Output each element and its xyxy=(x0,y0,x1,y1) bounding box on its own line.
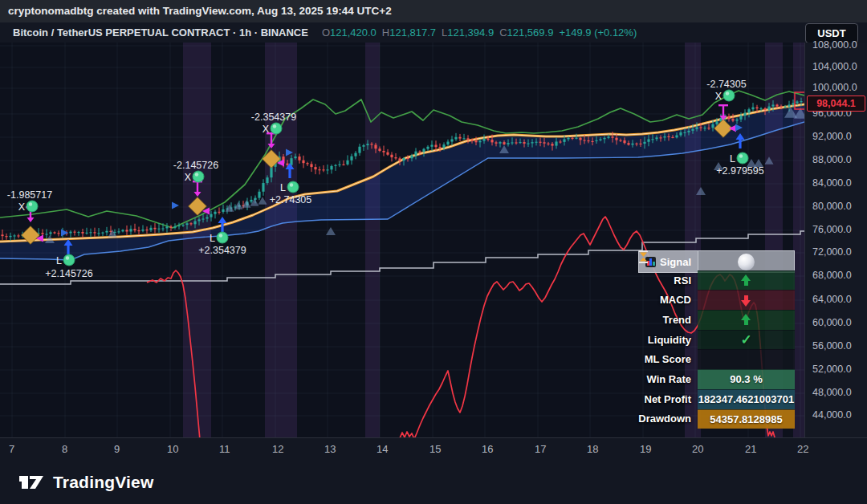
time-tick-label: 16 xyxy=(482,443,493,455)
tradingview-logo-icon xyxy=(18,472,45,493)
signal-row-label-win-rate: Win Rate xyxy=(638,369,698,389)
time-tick-label: 17 xyxy=(535,443,546,455)
time-tick-label: 22 xyxy=(797,443,808,455)
time-tick-label: 13 xyxy=(324,443,336,455)
time-tick-label: 21 xyxy=(745,443,756,455)
exit-annotation: -1.985717X xyxy=(7,189,52,213)
hourglass-icon xyxy=(638,250,649,263)
signal-row-value-liquidity: ✓ xyxy=(698,330,795,350)
signal-row-value-trend xyxy=(698,310,795,330)
svg-text:+2.74305: +2.74305 xyxy=(270,194,312,205)
price-tick-label: 64,000.0 xyxy=(812,294,852,305)
svg-text:X: X xyxy=(715,91,722,102)
exit-annotation: -2.145726X xyxy=(173,160,218,183)
price-tick-label: 56,000.0 xyxy=(812,340,852,352)
time-tick-label: 7 xyxy=(9,443,14,455)
signal-row-label-liquidity: Liquidity xyxy=(638,330,698,350)
price-tick-label: 72,000.0 xyxy=(812,246,852,258)
time-axis[interactable]: 78910111213141516171819202122 xyxy=(0,437,867,460)
price-tick-label: 60,000.0 xyxy=(812,317,852,328)
last-price-tag: 98,044.1 xyxy=(807,96,865,112)
ohlc-values: O121,420.0H121,817.7L121,394.9C121,569.9… xyxy=(316,26,637,39)
chart-row: -1.985717X-2.145726X-2.354379X-2.74305X+… xyxy=(0,43,867,437)
attribution-text: cryptonomadbtg created with TradingView.… xyxy=(8,5,392,17)
price-tick-label: 104,000.0 xyxy=(812,61,857,72)
time-tick-label: 10 xyxy=(167,443,178,455)
exit-annotation: -2.74305X xyxy=(706,79,746,102)
open-label: O xyxy=(322,26,330,39)
svg-text:+2.354379: +2.354379 xyxy=(198,245,246,256)
time-tick-label: 19 xyxy=(640,443,651,455)
signal-row-label-rsi: RSI xyxy=(638,270,698,291)
time-tick-label: 11 xyxy=(219,443,230,455)
signal-row-value-net-profit: 182347.4621003701 xyxy=(698,389,795,409)
price-axis[interactable]: 108,000.0104,000.0100,000.096,000.092,00… xyxy=(804,43,867,437)
price-tick-label: 100,000.0 xyxy=(812,82,857,93)
svg-text:-2.354379: -2.354379 xyxy=(251,112,296,123)
signal-row-value-rsi xyxy=(698,270,795,291)
signal-row-label-macd: MACD xyxy=(638,290,698,310)
price-tick-label: 44,000.0 xyxy=(812,409,852,421)
price-tick-label: 88,000.0 xyxy=(812,154,852,165)
time-tick-label: 14 xyxy=(377,443,388,455)
signal-row-label-trend: Trend xyxy=(638,310,698,330)
low-value: 121,394.9 xyxy=(447,26,494,39)
price-tick-label: 92,000.0 xyxy=(812,131,852,142)
svg-text:X: X xyxy=(18,201,26,213)
signal-row-label-drawdown: Drawdown xyxy=(638,409,698,429)
symbol-title[interactable]: Bitcoin / TetherUS PERPETUAL CONTRACT · … xyxy=(13,26,308,39)
price-tick-label: 52,000.0 xyxy=(812,364,852,375)
signal-row-value-win-rate: 90.3 % xyxy=(698,369,795,389)
high-label: H xyxy=(382,26,389,39)
chart-legend[interactable]: Bitcoin / TetherUS PERPETUAL CONTRACT · … xyxy=(0,22,867,43)
svg-text:L: L xyxy=(56,255,62,266)
arrow-down-icon xyxy=(741,295,751,307)
svg-text:-2.145726: -2.145726 xyxy=(173,160,218,171)
time-tick-label: 15 xyxy=(429,443,441,455)
signal-row-value-macd xyxy=(698,290,795,310)
session-highlight-band xyxy=(183,43,211,437)
up-triangle-marker xyxy=(226,204,234,211)
price-tick-label: 84,000.0 xyxy=(812,177,852,189)
time-tick-label: 20 xyxy=(692,443,703,455)
arrow-up-icon xyxy=(741,274,751,287)
svg-text:L: L xyxy=(730,153,735,165)
svg-text:+2.145726: +2.145726 xyxy=(45,268,92,279)
sphere-icon xyxy=(738,254,755,270)
price-tick-label: 48,000.0 xyxy=(812,387,852,398)
signal-table: SignalRSIMACDTrendLiquidity✓ML ScoreWin … xyxy=(638,250,795,429)
price-tick-label: 108,000.0 xyxy=(812,39,857,51)
price-tick-label: 80,000.0 xyxy=(812,201,852,212)
svg-text:+2.979595: +2.979595 xyxy=(716,165,763,177)
signal-table-title: Signal xyxy=(660,256,691,268)
svg-text:L: L xyxy=(210,233,215,244)
tradingview-logo-text: TradingView xyxy=(53,473,154,492)
svg-text:X: X xyxy=(185,172,192,183)
time-tick-label: 18 xyxy=(587,443,598,455)
close-label: C xyxy=(499,26,507,39)
session-highlight-band xyxy=(265,43,297,437)
time-tick-label: 12 xyxy=(272,443,283,455)
signal-row-value-ml-score xyxy=(698,349,795,369)
arrow-up-icon xyxy=(741,314,751,326)
close-value: 121,569.9 xyxy=(507,26,554,39)
tradingview-chart-window: cryptonomadbtg created with TradingView.… xyxy=(0,0,867,504)
svg-text:-2.74305: -2.74305 xyxy=(706,79,746,90)
session-highlight-band xyxy=(365,43,380,437)
check-icon: ✓ xyxy=(740,333,751,347)
chart-pane[interactable]: -1.985717X-2.145726X-2.354379X-2.74305X+… xyxy=(0,43,804,437)
open-value: 121,420.0 xyxy=(330,26,377,39)
high-value: 121,817.7 xyxy=(389,26,436,39)
time-tick-label: 9 xyxy=(114,443,120,455)
change-value: +149.9 (+0.12%) xyxy=(559,26,637,39)
right-triangle-marker xyxy=(172,202,179,209)
tradingview-logo: TradingView xyxy=(18,472,154,493)
svg-text:L: L xyxy=(280,182,286,193)
signal-row-label-net-profit: Net Profit xyxy=(638,389,698,409)
time-tick-label: 8 xyxy=(62,443,67,455)
svg-text:X: X xyxy=(263,124,270,135)
svg-text:-1.985717: -1.985717 xyxy=(7,189,52,201)
signal-row-label-ml-score: ML Score xyxy=(638,349,698,369)
price-tick-label: 68,000.0 xyxy=(812,270,852,281)
bottom-bar: TradingView xyxy=(0,460,867,504)
